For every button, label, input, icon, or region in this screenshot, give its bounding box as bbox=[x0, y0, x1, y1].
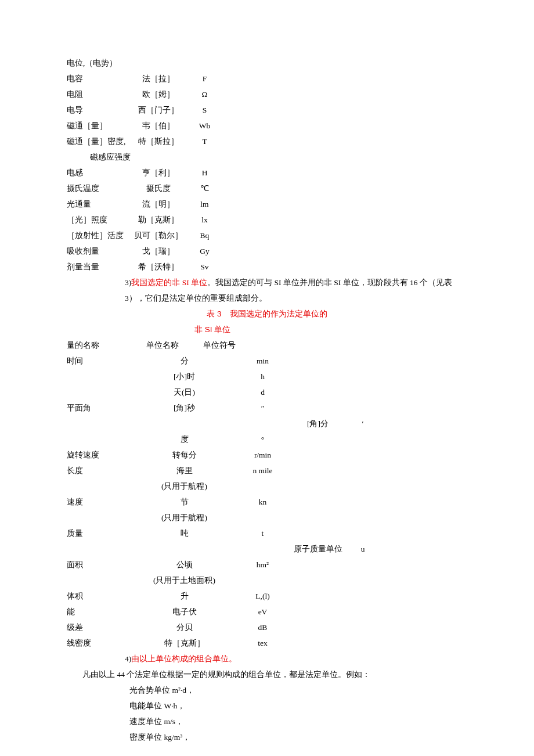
table-row: 旋转速度转每分r/min bbox=[67, 447, 374, 463]
cell-quantity: 速度 bbox=[67, 494, 128, 510]
cell-quantity: 光通量 bbox=[67, 196, 131, 212]
cell-unit-name: 流［明］ bbox=[131, 196, 186, 212]
cell-unit-name: 希［沃特］ bbox=[131, 259, 186, 275]
cell-unit-name: 贝可［勒尔］ bbox=[131, 228, 186, 243]
table-row: [角]分′ bbox=[67, 416, 374, 431]
cell-unit-name: 勒［克斯］ bbox=[131, 212, 186, 228]
cell-unit-symbol: L,(l) bbox=[241, 588, 284, 604]
cell-unit-symbol: Sv bbox=[186, 259, 223, 275]
cell-unit-symbol: tex bbox=[241, 635, 284, 651]
cell-quantity: 时间 bbox=[67, 353, 128, 369]
cell-unit-symbol: Ω bbox=[186, 87, 223, 102]
cell-quantity: 电阻 bbox=[67, 87, 131, 102]
examples-list: 光合势单位 m²·d，电能单位 W·h，速度单位 m/s，密度单位 kg/m³， bbox=[67, 682, 467, 745]
cell-extra-symbol: ′ bbox=[351, 416, 374, 431]
cell-quantity: 电容 bbox=[67, 71, 131, 87]
table-row: 剂量当量希［沃特］Sv bbox=[67, 259, 223, 275]
cell-quantity: 质量 bbox=[67, 525, 128, 541]
cell-quantity: 体积 bbox=[67, 588, 128, 604]
cell-quantity: 级差 bbox=[67, 620, 128, 635]
table-row: 面积公顷hm² bbox=[67, 557, 374, 573]
section-4-red: 由以上单位构成的组合单位。 bbox=[131, 654, 237, 663]
cell-unit-symbol: ° bbox=[241, 431, 284, 447]
table3-caption-line1: 表 3 我国选定的作为法定单位的 bbox=[67, 306, 467, 322]
cell-quantity: 电导 bbox=[67, 102, 131, 118]
cell-unit-symbol bbox=[241, 416, 284, 431]
cell-unit-symbol: Gy bbox=[186, 243, 223, 259]
table-si-derived: 电位,（电势）电容法［拉］F电阻欧［姆］Ω电导西［门子］S磁通［量］韦［伯］Wb… bbox=[67, 55, 223, 275]
cell-quantity: 摄氏温度 bbox=[67, 181, 131, 196]
section-4: 4)由以上单位构成的组合单位。 bbox=[67, 651, 467, 667]
table3-caption-sub: 非 SI 单位 bbox=[67, 322, 467, 337]
cell-note: (只用于航程) bbox=[128, 478, 241, 494]
table-row: 光通量流［明］lm bbox=[67, 196, 223, 212]
para-combo: 凡由以上 44 个法定单位根据一定的规则构成的组合单位，都是法定单位。例如： bbox=[67, 667, 467, 682]
section-3-lead: 3) bbox=[125, 278, 131, 287]
cell-unit-name: 亨［利］ bbox=[131, 165, 186, 181]
cell-quantity: ［放射性］活度 bbox=[67, 228, 131, 243]
cell-unit-name: 法［拉］ bbox=[131, 71, 186, 87]
cell-unit-symbol: d bbox=[241, 384, 284, 400]
table3-caption: 表 3 我国选定的作为法定单位的 bbox=[67, 306, 467, 322]
cell-quantity: 吸收剂量 bbox=[67, 243, 131, 259]
cell-unit-symbol: h bbox=[241, 369, 284, 384]
cell-extra-name: 原子质量单位 bbox=[284, 541, 351, 557]
list-item: 速度单位 m/s， bbox=[129, 714, 467, 729]
table-row: (只用于航程) bbox=[67, 478, 374, 494]
cell-unit-name bbox=[128, 541, 241, 557]
table-row: 时间分min bbox=[67, 353, 374, 369]
cell-unit-symbol: eV bbox=[241, 604, 284, 620]
cell-unit-symbol: lx bbox=[186, 212, 223, 228]
cell-unit-name: 特［克斯］ bbox=[128, 635, 241, 651]
table-row: 电容法［拉］F bbox=[67, 71, 223, 87]
cell-unit-name: [角]秒 bbox=[128, 400, 241, 416]
table-row: 磁通［量］韦［伯］Wb bbox=[67, 118, 223, 134]
cell-unit-symbol: ″ bbox=[241, 400, 284, 416]
cell-unit-name: 海里 bbox=[128, 463, 241, 478]
cell-unit-symbol: T bbox=[186, 134, 223, 149]
cell-unit-name: 戈［瑞］ bbox=[131, 243, 186, 259]
table-row: 度° bbox=[67, 431, 374, 447]
cell-unit-name: 节 bbox=[128, 494, 241, 510]
table-row: 体积升L,(l) bbox=[67, 588, 374, 604]
table-row: 能电子伏eV bbox=[67, 604, 374, 620]
cell-unit-symbol: Bq bbox=[186, 228, 223, 243]
table-row: [小]时h bbox=[67, 369, 374, 384]
th-quantity: 量的名称 bbox=[67, 337, 128, 353]
table3-body: 时间分min[小]时h天(日)d平面角[角]秒″[角]分′度°旋转速度转每分r/… bbox=[67, 353, 374, 651]
cell-unit-symbol: t bbox=[241, 525, 284, 541]
cell-quantity bbox=[67, 416, 128, 431]
list-item: 电能单位 W·h， bbox=[129, 698, 467, 714]
table-row: 电阻欧［姆］Ω bbox=[67, 87, 223, 102]
th-unit-name: 单位名称 bbox=[128, 337, 197, 353]
cell-unit-name: 电子伏 bbox=[128, 604, 241, 620]
cell-quantity: 剂量当量 bbox=[67, 259, 131, 275]
cell-quantity: 磁通［量］ bbox=[67, 118, 131, 134]
table-row: 级差分贝dB bbox=[67, 620, 374, 635]
table-row: 电感亨［利］H bbox=[67, 165, 223, 181]
cell-quantity: ［光］照度 bbox=[67, 212, 131, 228]
cell-note: (只用于航程) bbox=[128, 510, 241, 525]
cell-note: (只用于土地面积) bbox=[128, 573, 241, 588]
cell-unit-name bbox=[128, 416, 241, 431]
cell-unit-name: 公顷 bbox=[128, 557, 241, 573]
cell-quantity: 电感 bbox=[67, 165, 131, 181]
cell-unit-symbol: H bbox=[186, 165, 223, 181]
table-row: 磁通［量］密度,特［斯拉］T bbox=[67, 134, 223, 149]
cell-unit-symbol: dB bbox=[241, 620, 284, 635]
cell-quantity bbox=[67, 541, 128, 557]
cell-quantity bbox=[67, 384, 128, 400]
cell-quantity: 平面角 bbox=[67, 400, 128, 416]
cell-unit-symbol bbox=[241, 541, 284, 557]
table-row: ［光］照度勒［克斯］lx bbox=[67, 212, 223, 228]
cell-quantity: 能 bbox=[67, 604, 128, 620]
table-row: 电导西［门子］S bbox=[67, 102, 223, 118]
cell-unit-name: 西［门子］ bbox=[131, 102, 186, 118]
cell-unit-name: 天(日) bbox=[128, 384, 241, 400]
cell-extra-name: [角]分 bbox=[284, 416, 351, 431]
table-row: ［放射性］活度贝可［勒尔］Bq bbox=[67, 228, 223, 243]
page-content: 电位,（电势）电容法［拉］F电阻欧［姆］Ω电导西［门子］S磁通［量］韦［伯］Wb… bbox=[0, 0, 534, 756]
table-row: 天(日)d bbox=[67, 384, 374, 400]
cell-unit-name bbox=[131, 55, 186, 71]
cell-unit-symbol: Wb bbox=[186, 118, 223, 134]
